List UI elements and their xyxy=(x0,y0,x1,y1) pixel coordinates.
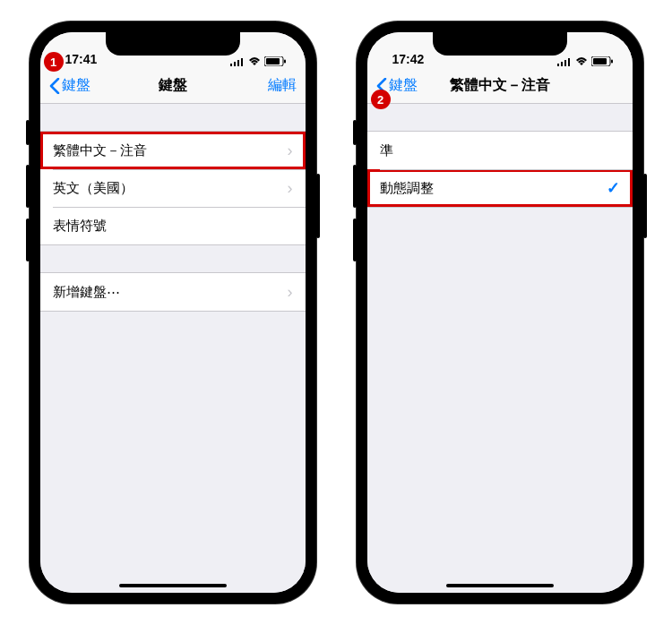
battery-icon xyxy=(591,56,613,66)
notch xyxy=(106,32,240,56)
status-time: 17:41 xyxy=(65,52,98,66)
volume-up-button xyxy=(353,165,357,208)
signal-icon xyxy=(230,57,245,66)
volume-up-button xyxy=(26,165,30,208)
add-keyboard-group: 新增鍵盤⋯ › xyxy=(40,272,306,312)
svg-rect-8 xyxy=(561,62,563,66)
row-label: 英文（美國） xyxy=(53,180,288,197)
mute-switch xyxy=(26,120,30,145)
edit-button[interactable]: 編輯 xyxy=(243,76,297,95)
layout-options-group: 準 動態調整 ✓ xyxy=(367,131,633,208)
chevron-right-icon: › xyxy=(288,283,293,302)
wifi-icon xyxy=(575,57,588,66)
back-button[interactable]: 鍵盤 xyxy=(49,76,103,95)
chevron-right-icon: › xyxy=(288,141,293,160)
phone-frame-right: 17:42 鍵盤 繁體中文－注音 2 準 動態調整 xyxy=(357,21,643,604)
add-keyboard-row[interactable]: 新增鍵盤⋯ › xyxy=(40,273,306,311)
volume-down-button xyxy=(26,218,30,261)
svg-rect-6 xyxy=(284,60,286,64)
row-label: 表情符號 xyxy=(53,218,293,235)
svg-rect-7 xyxy=(557,64,559,66)
nav-bar: 鍵盤 鍵盤 編輯 xyxy=(40,68,306,104)
svg-rect-9 xyxy=(564,60,566,66)
row-label: 繁體中文－注音 xyxy=(53,142,288,159)
volume-down-button xyxy=(353,218,357,261)
svg-rect-13 xyxy=(611,60,613,64)
svg-rect-1 xyxy=(234,62,236,66)
svg-rect-3 xyxy=(241,58,243,66)
checkmark-icon: ✓ xyxy=(607,178,620,198)
phone-frame-left: 17:41 鍵盤 鍵盤 編輯 1 繁體中文－注音 › xyxy=(30,21,316,604)
battery-icon xyxy=(264,56,286,66)
home-indicator[interactable] xyxy=(119,584,227,587)
nav-bar: 鍵盤 繁體中文－注音 xyxy=(367,68,633,104)
keyboard-row-english[interactable]: 英文（美國） › xyxy=(40,169,306,207)
chevron-right-icon: › xyxy=(288,179,293,198)
keyboard-row-zhuyin[interactable]: 繁體中文－注音 › xyxy=(40,132,306,169)
status-indicators xyxy=(557,56,613,66)
page-title: 繁體中文－注音 xyxy=(450,76,550,95)
keyboard-list-group: 繁體中文－注音 › 英文（美國） › 表情符號 xyxy=(40,131,306,245)
power-button xyxy=(643,174,647,238)
mute-switch xyxy=(353,120,357,145)
row-label: 準 xyxy=(380,142,620,159)
svg-rect-2 xyxy=(237,60,239,66)
screen-left: 17:41 鍵盤 鍵盤 編輯 1 繁體中文－注音 › xyxy=(40,32,306,593)
screen-right: 17:42 鍵盤 繁體中文－注音 2 準 動態調整 xyxy=(367,32,633,593)
layout-row-standard[interactable]: 準 xyxy=(367,132,633,169)
status-indicators xyxy=(230,56,286,66)
notch xyxy=(433,32,567,56)
content-area: 1 繁體中文－注音 › 英文（美國） › 表情符號 新增鍵盤⋯ › xyxy=(40,104,306,593)
layout-row-dynamic[interactable]: 動態調整 ✓ xyxy=(367,169,633,207)
svg-rect-10 xyxy=(568,58,570,66)
wifi-icon xyxy=(248,57,261,66)
svg-rect-5 xyxy=(266,58,280,64)
back-label: 鍵盤 xyxy=(389,76,418,95)
chevron-left-icon xyxy=(49,78,60,94)
row-label: 新增鍵盤⋯ xyxy=(53,284,288,301)
status-time: 17:42 xyxy=(392,52,425,66)
row-label: 動態調整 xyxy=(380,180,607,197)
content-area: 2 準 動態調整 ✓ xyxy=(367,104,633,593)
annotation-badge-2: 2 xyxy=(371,104,391,109)
power-button xyxy=(316,174,320,238)
svg-rect-0 xyxy=(230,64,232,66)
page-title: 鍵盤 xyxy=(159,76,187,95)
keyboard-row-emoji[interactable]: 表情符號 xyxy=(40,207,306,244)
back-label: 鍵盤 xyxy=(62,76,90,95)
svg-rect-12 xyxy=(593,58,607,64)
home-indicator[interactable] xyxy=(446,584,554,587)
signal-icon xyxy=(557,57,572,66)
